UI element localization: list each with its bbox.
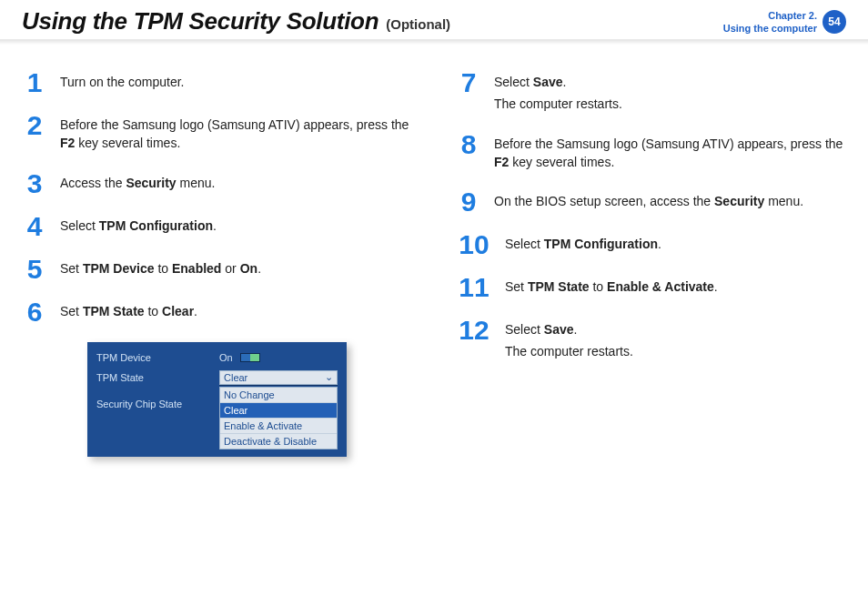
- step-6: 6Set TPM State to Clear.: [22, 299, 412, 324]
- step-text: Turn on the computer.: [60, 73, 184, 91]
- content-columns: 1Turn on the computer.2Before the Samsun…: [22, 70, 846, 457]
- text-segment: .: [574, 322, 578, 337]
- text-segment: to: [590, 279, 607, 294]
- chevron-down-icon: ⌄: [325, 371, 333, 383]
- right-column: 7Select Save.The computer restarts.8Befo…: [456, 70, 846, 457]
- step-number: 3: [22, 171, 47, 196]
- bios-option[interactable]: Clear: [220, 403, 337, 419]
- chapter-block: Chapter 2. Using the computer 54: [723, 9, 846, 35]
- bios-row-tpm-state: TPM StateClear⌄: [87, 368, 347, 388]
- text-segment: Select: [505, 237, 544, 251]
- bios-select-tpm-state[interactable]: Clear⌄: [219, 370, 338, 385]
- step-subtext: The computer restarts.: [494, 95, 622, 113]
- step-7: 7Select Save.The computer restarts.: [456, 70, 846, 114]
- chapter-text: Chapter 2. Using the computer: [723, 9, 817, 35]
- step-body: Set TPM State to Enable & Activate.: [505, 275, 718, 296]
- text-segment: Save: [533, 75, 563, 89]
- text-segment: to: [145, 304, 162, 318]
- text-segment: .: [213, 218, 217, 233]
- text-segment: Before the Samsung logo (Samsung ATIV) a…: [60, 117, 409, 132]
- step-text: Select Save.: [494, 73, 622, 91]
- toggle-icon: [240, 353, 260, 362]
- step-number: 1: [22, 70, 47, 95]
- bios-toggle-label: On: [219, 352, 233, 363]
- bios-row-tpm-device: TPM DeviceOn: [87, 348, 347, 368]
- bios-dropdown-wrap: Security Chip StateNo ChangeClearEnable …: [87, 388, 347, 449]
- step-body: Select Save.The computer restarts.: [494, 70, 622, 114]
- step-body: Set TPM State to Clear.: [60, 299, 197, 320]
- step-text: Set TPM Device to Enabled or On.: [60, 259, 261, 278]
- step-number: 6: [22, 299, 47, 324]
- step-body: Select TPM Conﬁguration.: [60, 214, 217, 235]
- text-segment: Set: [505, 279, 528, 294]
- text-segment: TPM State: [528, 279, 590, 294]
- step-text: Access the Security menu.: [60, 174, 215, 192]
- step-text: On the BIOS setup screen, access the Sec…: [494, 192, 803, 210]
- text-segment: F2: [60, 136, 75, 150]
- text-segment: .: [194, 304, 197, 318]
- step-subtext: The computer restarts.: [505, 342, 633, 360]
- step-number: 10: [456, 232, 492, 257]
- text-segment: Before the Samsung logo (Samsung ATIV) a…: [494, 136, 843, 151]
- step-1: 1Turn on the computer.: [22, 70, 412, 95]
- text-segment: key several times.: [75, 136, 180, 150]
- text-segment: Select: [60, 218, 99, 233]
- step-number: 4: [22, 214, 47, 238]
- step-number: 2: [22, 113, 47, 137]
- bios-option[interactable]: Enable & Activate: [220, 419, 337, 434]
- step-body: Before the Samsung logo (Samsung ATIV) a…: [494, 132, 846, 172]
- step-body: Select Save.The computer restarts.: [505, 318, 633, 361]
- step-body: On the BIOS setup screen, access the Sec…: [494, 189, 803, 210]
- text-segment: Security: [126, 176, 176, 190]
- text-segment: .: [257, 261, 261, 276]
- left-column: 1Turn on the computer.2Before the Samsun…: [22, 70, 412, 457]
- step-number: 12: [456, 318, 492, 342]
- step-11: 11Set TPM State to Enable & Activate.: [456, 275, 846, 299]
- step-12: 12Select Save.The computer restarts.: [456, 318, 846, 361]
- step-text: Before the Samsung logo (Samsung ATIV) a…: [494, 135, 846, 172]
- step-text: Select TPM Conﬁguration.: [60, 217, 217, 235]
- step-5: 5Set TPM Device to Enabled or On.: [22, 257, 412, 281]
- text-segment: Security: [714, 194, 764, 208]
- text-segment: to: [155, 261, 172, 276]
- bios-label-security-chip-state: Security Chip State: [96, 388, 219, 449]
- text-segment: menu.: [764, 194, 803, 208]
- text-segment: menu.: [177, 176, 216, 190]
- text-segment: Access the: [60, 176, 126, 190]
- text-segment: Clear: [162, 304, 194, 318]
- text-segment: .: [563, 75, 567, 89]
- step-9: 9On the BIOS setup screen, access the Se…: [456, 189, 846, 214]
- step-10: 10Select TPM Conﬁguration.: [456, 232, 846, 257]
- step-text: Select TPM Conﬁguration.: [505, 235, 661, 253]
- text-segment: or: [221, 261, 239, 276]
- text-segment: TPM State: [83, 304, 145, 318]
- page-title: Using the TPM Security Solution: [22, 7, 378, 35]
- bios-option[interactable]: Deactivate & Disable: [220, 434, 337, 449]
- step-text: Select Save.: [505, 320, 633, 338]
- bios-label-tpm-state: TPM State: [96, 372, 219, 383]
- step-3: 3Access the Security menu.: [22, 171, 412, 196]
- text-segment: .: [714, 279, 718, 294]
- step-body: Set TPM Device to Enabled or On.: [60, 257, 261, 278]
- text-segment: Select: [494, 75, 533, 89]
- text-segment: key several times.: [509, 155, 614, 169]
- bios-option[interactable]: No Change: [220, 388, 337, 403]
- bios-screenshot: TPM DeviceOnTPM StateClear⌄Security Chip…: [87, 342, 347, 457]
- step-4: 4Select TPM Conﬁguration.: [22, 214, 412, 238]
- bios-select-value: Clear: [224, 372, 247, 383]
- text-segment: Set: [60, 261, 83, 276]
- bios-toggle-tpm-device[interactable]: On: [219, 352, 260, 363]
- step-number: 8: [456, 132, 481, 157]
- chapter-line-1: Chapter 2.: [723, 9, 817, 22]
- bios-label-tpm-device: TPM Device: [96, 352, 219, 363]
- step-number: 5: [22, 257, 47, 281]
- bios-dropdown-tpm-state[interactable]: No ChangeClearEnable & ActivateDeactivat…: [219, 387, 338, 449]
- step-body: Turn on the computer.: [60, 70, 184, 91]
- step-2: 2Before the Samsung logo (Samsung ATIV) …: [22, 113, 412, 153]
- text-segment: F2: [494, 155, 509, 169]
- title-block: Using the TPM Security Solution (Optiona…: [22, 7, 450, 35]
- step-body: Access the Security menu.: [60, 171, 215, 192]
- page-header: Using the TPM Security Solution (Optiona…: [22, 7, 846, 39]
- text-segment: On: [240, 261, 257, 276]
- step-body: Select TPM Conﬁguration.: [505, 232, 661, 253]
